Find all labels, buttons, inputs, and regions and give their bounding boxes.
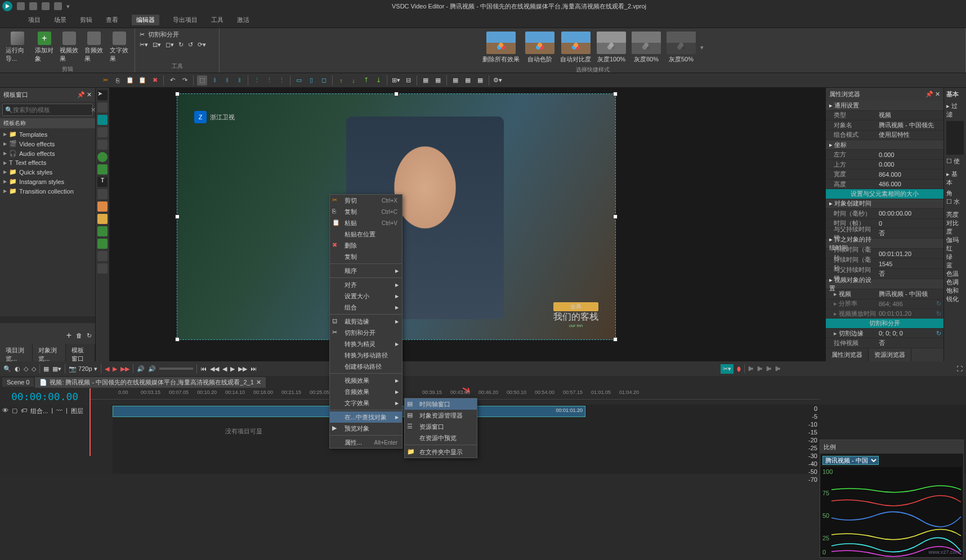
tb-cut-icon[interactable]: ✂ [100,75,110,86]
templates-tree[interactable]: ▶📁 Templates ▶🎬 Video effects ▶🎧 Audio e… [0,128,95,316]
tl-back-icon[interactable]: ◀◀ [210,365,219,373]
text-fx-button[interactable]: 文字效果 [109,30,130,64]
menu-scene[interactable]: 场景 [54,16,66,24]
scrollbar-h[interactable] [0,316,95,323]
person-tool-icon[interactable] [97,214,108,224]
tl-split-icon[interactable]: ✂▾ [721,364,734,374]
track-wave-icon[interactable]: 〰 [56,407,62,414]
qa-icon-2[interactable] [29,2,37,10]
tb-group-icon[interactable]: ⊞▾ [391,75,401,86]
tl-vol2-icon[interactable]: 🔊 [148,365,156,373]
tb-order4-icon[interactable]: ⤓ [373,75,383,86]
resolution-select[interactable]: 📷 720p ▾ [69,365,97,373]
tl-start-icon[interactable]: ⏮ [200,365,207,372]
tb-dist3-icon[interactable]: ⋮ [276,75,287,86]
qa-icon-1[interactable] [17,2,25,10]
tb-copy-icon[interactable]: ⎘ [113,75,123,86]
close-icon[interactable]: ✕ [935,91,940,97]
tb-redo-icon[interactable]: ↷ [180,75,190,86]
tl-next-icon[interactable]: ▶▶ [120,365,129,373]
tb-a2-icon[interactable]: ▦ [433,75,443,86]
tb-select-icon[interactable]: ⬚ [197,75,207,86]
chart-tool-icon[interactable] [97,201,108,212]
ctx-audio-fx[interactable]: 音频效果▶ [330,386,402,397]
track-lock-icon[interactable]: ▢ [12,407,17,414]
video-tab[interactable]: 📄 视频: 腾讯视频 - 中国领先的在线视频媒体平台,海量高清视频在线观看_2_… [35,377,265,388]
track-group[interactable]: 组合... [30,407,48,415]
tb-order3-icon[interactable]: ⤒ [361,75,371,86]
ctx-cut[interactable]: ✂剪切Ctrl+X [330,195,402,206]
tl-icon[interactable]: ▦▾ [52,365,61,373]
tb-dist1-icon[interactable]: ⋮ [252,75,262,86]
ctx-video-fx[interactable]: 视频效果▶ [330,375,402,386]
audio-tool-icon[interactable] [97,226,108,236]
tl-zoom-icon[interactable]: 🔍 [3,365,11,373]
tb-gear-icon[interactable]: ⚙▾ [493,75,503,86]
menu-tools[interactable]: 工具 [211,16,223,24]
style-remove-all[interactable]: 删除所有效果 [481,30,521,65]
qa-icon-3[interactable] [42,2,50,10]
tl-icon[interactable]: ▦ [43,365,49,373]
tl-sback-icon[interactable]: ◀ [222,365,227,373]
tb-order1-icon[interactable]: ↑ [336,75,346,86]
run-wizard-button[interactable]: 运行向导... [5,30,30,64]
tb-delete-icon[interactable]: ✖ [150,75,160,86]
tool-icon-2[interactable]: ⊡▾ [153,41,161,48]
tl-sfwd-icon[interactable]: ▶ [230,365,235,373]
tb-a5-icon[interactable]: ▦ [475,75,485,86]
tool-icon-6[interactable]: ⟳▾ [198,41,206,48]
tb-order2-icon[interactable]: ↓ [348,75,359,86]
cursor-tool-icon[interactable]: ➤ [97,90,108,100]
tb-align2-icon[interactable]: ⫴ [222,75,232,86]
clear-search-icon[interactable]: ✕ [91,106,96,114]
track-tag-icon[interactable]: 🏷 [21,407,27,414]
tb-size1-icon[interactable]: ▭ [294,75,304,86]
tb-undo-icon[interactable]: ↶ [167,75,177,86]
tl-al-icon[interactable]: ⊫ [748,365,754,373]
tl-icon[interactable]: ◇ [24,365,28,373]
sub-timeline-window[interactable]: ▤时间轴窗口 [405,398,477,410]
ellipse-tool-icon[interactable] [97,152,108,162]
playhead[interactable] [90,388,91,456]
tb-a4-icon[interactable]: ▦ [463,75,473,86]
tb-ungroup-icon[interactable]: ⊟ [403,75,413,86]
sub-resource-window[interactable]: ☰资源窗口 [405,421,477,432]
tl-icon[interactable]: ◐ [15,365,20,373]
menu-editor[interactable]: 编辑器 [132,15,159,25]
menu-project[interactable]: 项目 [28,16,41,24]
add-object-button[interactable]: +添加对象 [34,30,55,64]
cut-split-button[interactable]: 切割和分开 [148,30,179,39]
tb-a3-icon[interactable]: ▦ [450,75,460,86]
tool-icon-4[interactable]: ↻ [178,41,184,48]
track-vis-icon[interactable]: 👁 [2,407,8,414]
menu-edit[interactable]: 剪辑 [80,16,92,24]
tl-al-icon[interactable]: ⊫ [775,365,781,373]
set-parent-size-button[interactable]: 设置与父元素相同的大小 [826,189,943,199]
tool-icon-5[interactable]: ↺ [188,41,193,48]
tab-resources[interactable]: 资源浏览器 [869,348,911,361]
volume-slider[interactable] [159,368,193,370]
tab-properties[interactable]: 属性浏览器 [826,348,869,361]
ctx-paste[interactable]: 📋粘贴Ctrl+V [330,217,402,229]
tl-icon[interactable]: ◇ [32,365,36,373]
template-search[interactable]: 🔍 ✕ [2,104,93,116]
cut-split-prop-button[interactable]: 切割和分开 [826,319,943,328]
ctx-copy[interactable]: ⎘复制Ctrl+C [330,206,402,217]
image-tool-icon[interactable] [97,239,108,249]
ctx-align[interactable]: 对齐▶ [330,279,402,290]
pin-icon[interactable]: 📌 [925,91,933,97]
tl-al-icon[interactable]: ⊫ [757,365,763,373]
ctx-paste-at[interactable]: 粘贴在位置 [330,229,402,240]
type-tool-icon[interactable]: T [97,177,108,187]
video-fx-button[interactable]: 视频效果 [59,30,80,64]
tool-icon-3[interactable]: ◻▾ [166,41,174,48]
search-input[interactable] [13,106,91,113]
close-tab-icon[interactable]: ✕ [256,379,261,386]
style-gray100[interactable]: 灰度100% [596,30,627,65]
tb-dist2-icon[interactable]: ⋮ [264,75,274,86]
refresh-template-icon[interactable]: ↻ [87,332,92,339]
text-tool-icon[interactable] [97,115,108,125]
style-gray80[interactable]: 灰度80% [630,30,662,65]
rect-tool-icon[interactable] [97,102,108,113]
ctx-size[interactable]: 设置大小▶ [330,290,402,302]
